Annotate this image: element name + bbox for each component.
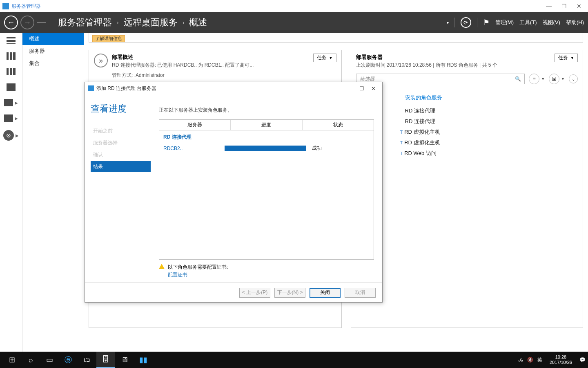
view-options-button[interactable]: ≡ [529,74,539,84]
search-icon[interactable]: 🔍 [515,76,521,82]
nav-item-overview[interactable]: 概述 [22,33,84,45]
deployment-servers-sub: 上次刷新时间 2017/10/26 10:28:56 | 所有 RDS 角色服务… [356,62,551,69]
crumb-section[interactable]: 远程桌面服务 [124,16,178,29]
role-item[interactable]: TRD Web 访问 [405,150,578,157]
nav-forward-button[interactable]: → [20,16,34,29]
col-progress: 进度 [231,120,302,130]
dialog-minimize-button[interactable]: — [345,85,356,92]
rail-all-servers-icon[interactable] [7,68,16,75]
crumb-page: 概述 [189,16,207,29]
configure-cert-link[interactable]: 配置证书 [168,272,228,278]
wizard-step-result[interactable]: 结果 [91,161,151,172]
col-status: 状态 [303,120,374,130]
learn-more-link[interactable]: 了解详细信息 [92,35,125,42]
overview-icon: » [94,54,108,67]
management-mode: 管理方式: .Administrator [112,72,336,79]
app-icon-1[interactable]: 🖥 [115,352,134,368]
wizard-step-before: 开始之前 [91,126,151,137]
tray-sound-icon[interactable]: 🔇 [527,357,533,363]
prev-button: < 上一步(P) [239,288,270,298]
wizard-step-confirm: 确认 [91,149,151,160]
app-icon [2,3,9,9]
close-button[interactable]: 关闭 [310,288,341,298]
dialog-maximize-button[interactable]: ☐ [356,85,368,92]
dialog-close-button[interactable]: ✕ [368,85,379,92]
ime-indicator[interactable]: 英 [537,357,542,364]
role-group: RD 连接代理 [163,134,370,141]
search-button[interactable]: ⌕ [21,352,40,368]
deployment-overview-title: 部署概述 [112,54,254,61]
progress-row: RDCB2.. 成功 [163,145,370,152]
taskbar-clock[interactable]: 10:28 2017/10/26 [550,355,572,365]
rail-file-services-icon[interactable] [7,83,16,91]
app-title: 服务器管理器 [11,3,41,10]
tray-network-icon[interactable]: 🖧 [518,357,523,363]
role-item[interactable]: TRD 虚拟化主机 [405,128,578,136]
rail-local-server-icon[interactable] [7,52,16,60]
crumb-root[interactable]: 服务器管理器 [58,16,112,29]
dialog-icon [88,85,94,91]
server-manager-taskbar-icon[interactable]: 🗄 [96,352,115,368]
next-button: 下一步(N) > [274,288,305,298]
rail-iis-icon[interactable] [4,99,13,106]
window-minimize-button[interactable]: — [546,3,552,9]
dialog-title: 添加 RD 连接代理 台服务器 [96,85,156,92]
progress-grid: 服务器 进度 状态 RD 连接代理 RDCB2.. 成功 [159,119,374,260]
nav-back-button[interactable]: ← [4,16,18,29]
nav-list: 概述 服务器 集合 [22,33,84,352]
dropdown-icon[interactable]: ▾ [447,20,449,25]
deployment-servers-title: 部署服务器 [356,54,551,61]
rail-remote-desktop-icon[interactable]: ⊗ [3,130,14,141]
nav-item-collections[interactable]: 集合 [22,57,84,70]
col-server: 服务器 [159,120,231,130]
breadcrumb: 服务器管理器 › 远程桌面服务 › 概述 [58,16,207,29]
server-name: RDCB2.. [163,146,225,151]
window-maximize-button[interactable]: ☐ [561,3,567,9]
cancel-button: 取消 [345,288,376,298]
menu-view[interactable]: 视图(V) [543,19,560,26]
ie-icon[interactable]: ⓔ [59,352,78,368]
taskview-button[interactable]: ▭ [40,352,59,368]
menu-manage[interactable]: 管理(M) [495,19,514,26]
wizard-step-select: 服务器选择 [91,137,151,148]
refresh-button[interactable]: ⟳ [461,17,471,28]
header-ribbon: ← → 服务器管理器 › 远程桌面服务 › 概述 ▾ ⟳ ⚑ 管理(M) 工具(… [0,12,588,33]
expand-button[interactable]: ⌄ [569,74,578,83]
explorer-icon[interactable]: 🗂 [78,352,96,368]
role-item[interactable]: TRD 虚拟化主机 [405,139,578,146]
deployment-overview-sub: RD 连接代理服务器: 已使用 HARDCB.. 为 RDCB1.. 配置了高可… [112,62,254,69]
info-bar: 了解详细信息 [89,33,583,43]
warning-text: 以下角色服务需要配置证书: [168,264,228,270]
notifications-flag-icon[interactable]: ⚑ [483,18,490,27]
overview-tasks-button[interactable]: 任务▼ [313,54,336,62]
icon-rail: ▶ ▶ ⊗▶ [0,33,22,352]
app-titlebar: 服务器管理器 — ☐ ✕ [0,0,588,12]
menu-tools[interactable]: 工具(T) [519,19,537,26]
status-text: 成功 [312,145,322,152]
save-query-button[interactable]: 🖫 [549,74,559,84]
warning-icon [159,264,165,269]
deployment-servers-panel: 部署服务器 上次刷新时间 2017/10/26 10:28:56 | 所有 RD… [351,50,584,328]
dialog-heading: 查看进度 [91,103,151,115]
roles-header: 安装的角色服务 [405,94,578,101]
rail-rds-icon[interactable] [4,114,13,122]
rail-dashboard-icon[interactable] [7,37,16,44]
app-icon-2[interactable]: ▮▮ [134,352,153,368]
menu-help[interactable]: 帮助(H) [566,19,584,26]
add-rd-broker-dialog: 添加 RD 连接代理 台服务器 — ☐ ✕ 查看进度 开始之前 服务器选择 确认… [85,82,383,303]
windows-taskbar: ⊞ ⌕ ▭ ⓔ 🗂 🗄 🖥 ▮▮ 🖧 🔇 英 10:28 2017/10/26 … [0,352,588,368]
progress-bar [225,146,306,151]
dialog-message: 正在以下服务器上安装角色服务。 [159,107,374,114]
role-item[interactable]: RD 连接代理 [405,107,578,114]
servers-tasks-button[interactable]: 任务▼ [555,54,578,62]
window-close-button[interactable]: ✕ [577,3,581,9]
start-button[interactable]: ⊞ [2,352,21,368]
nav-item-servers[interactable]: 服务器 [22,45,84,57]
action-center-icon[interactable]: 💬 [579,357,586,363]
role-item[interactable]: RD 连接代理 [405,118,578,125]
